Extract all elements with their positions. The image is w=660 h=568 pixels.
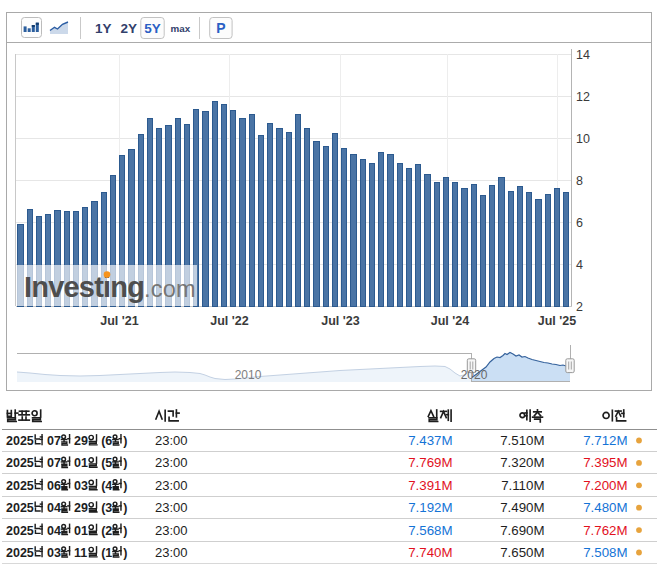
svg-text:8: 8 xyxy=(576,174,583,188)
svg-text:2025: 2025 xyxy=(6,456,34,470)
svg-text:(6: (6 xyxy=(101,434,112,448)
svg-text:23:00: 23:00 xyxy=(155,523,188,538)
svg-text:): ) xyxy=(123,479,127,493)
svg-text:1Y: 1Y xyxy=(95,21,112,36)
svg-text:7.769M: 7.769M xyxy=(408,455,452,470)
svg-text:7.740M: 7.740M xyxy=(408,545,452,560)
svg-text:P: P xyxy=(216,20,225,36)
svg-text:07: 07 xyxy=(47,434,61,448)
svg-text:7.395M: 7.395M xyxy=(583,455,627,470)
svg-text:23:00: 23:00 xyxy=(155,455,188,470)
svg-text:7.480M: 7.480M xyxy=(583,500,627,515)
svg-text:Jul '24: Jul '24 xyxy=(431,314,469,328)
svg-text:7.690M: 7.690M xyxy=(500,523,544,538)
svg-text:2025: 2025 xyxy=(6,434,34,448)
svg-text:23:00: 23:00 xyxy=(155,545,188,560)
svg-text:): ) xyxy=(123,546,127,560)
svg-text:7.568M: 7.568M xyxy=(408,523,452,538)
svg-text:06: 06 xyxy=(47,479,61,493)
svg-text:7.508M: 7.508M xyxy=(583,545,627,560)
svg-text:7.437M: 7.437M xyxy=(408,433,452,448)
svg-text:7.762M: 7.762M xyxy=(583,523,627,538)
svg-text:29: 29 xyxy=(74,434,88,448)
svg-text:23:00: 23:00 xyxy=(155,500,188,515)
svg-text:(1: (1 xyxy=(101,546,112,560)
svg-text:2025: 2025 xyxy=(6,524,34,538)
svg-text:2025: 2025 xyxy=(6,479,34,493)
svg-text:12: 12 xyxy=(576,90,590,104)
svg-text:04: 04 xyxy=(47,501,61,515)
svg-text:7.192M: 7.192M xyxy=(408,500,452,515)
svg-text:03: 03 xyxy=(47,546,61,560)
svg-text:14: 14 xyxy=(576,48,590,62)
svg-text:7.320M: 7.320M xyxy=(500,455,544,470)
svg-text:): ) xyxy=(123,434,127,448)
svg-text:2Y: 2Y xyxy=(121,21,138,36)
svg-text:01: 01 xyxy=(74,456,88,470)
svg-text:(5: (5 xyxy=(101,456,112,470)
svg-text:(2: (2 xyxy=(101,524,112,538)
svg-text:2020: 2020 xyxy=(461,368,488,382)
svg-text:29: 29 xyxy=(74,501,88,515)
svg-text:max: max xyxy=(171,23,191,34)
svg-text:10: 10 xyxy=(576,132,590,146)
svg-text:7.650M: 7.650M xyxy=(500,545,544,560)
svg-text:(4: (4 xyxy=(101,479,112,493)
svg-text:23:00: 23:00 xyxy=(155,478,188,493)
svg-text:03: 03 xyxy=(74,479,88,493)
svg-text:07: 07 xyxy=(47,456,61,470)
svg-text:7.490M: 7.490M xyxy=(500,500,544,515)
svg-text:04: 04 xyxy=(47,524,61,538)
svg-text:Jul '21: Jul '21 xyxy=(100,314,138,328)
svg-text:Jul '25: Jul '25 xyxy=(538,314,576,328)
svg-text:Jul '23: Jul '23 xyxy=(321,314,359,328)
svg-text:2: 2 xyxy=(576,300,583,314)
svg-text:(3: (3 xyxy=(101,501,112,515)
svg-text:): ) xyxy=(123,524,127,538)
svg-text:2025: 2025 xyxy=(6,546,34,560)
svg-text:6: 6 xyxy=(576,216,583,230)
svg-text:2010: 2010 xyxy=(235,368,262,382)
svg-text:7.712M: 7.712M xyxy=(583,433,627,448)
svg-text:Jul '22: Jul '22 xyxy=(210,314,248,328)
svg-text:): ) xyxy=(123,501,127,515)
svg-text:): ) xyxy=(123,456,127,470)
svg-text:23:00: 23:00 xyxy=(155,433,188,448)
svg-text:7.391M: 7.391M xyxy=(408,478,452,493)
svg-text:2025: 2025 xyxy=(6,501,34,515)
svg-text:5Y: 5Y xyxy=(144,21,161,36)
svg-text:01: 01 xyxy=(74,524,88,538)
svg-text:11: 11 xyxy=(74,546,87,560)
svg-text:7.110M: 7.110M xyxy=(501,478,544,493)
svg-text:4: 4 xyxy=(576,258,583,272)
svg-text:7.200M: 7.200M xyxy=(583,478,627,493)
svg-text:7.510M: 7.510M xyxy=(500,433,544,448)
